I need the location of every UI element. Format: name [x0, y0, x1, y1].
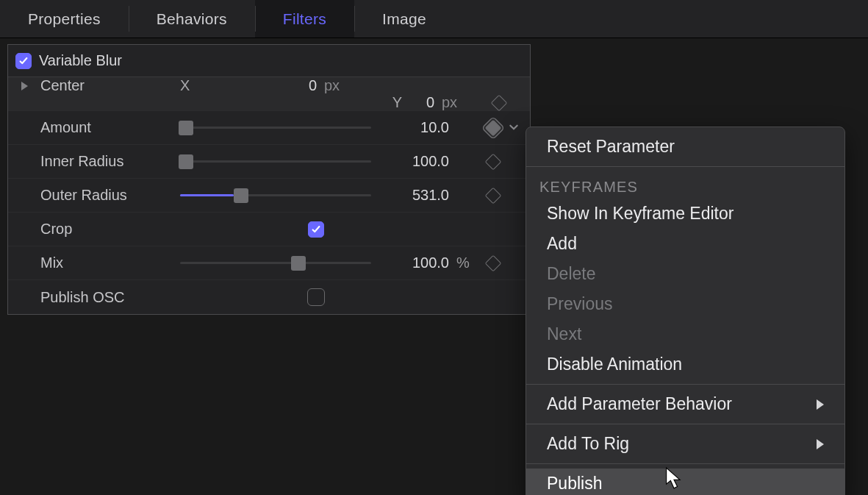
- center-y-value[interactable]: 0: [408, 94, 437, 111]
- amount-slider[interactable]: [180, 119, 371, 137]
- menu-section-keyframes: KEYFRAMES: [526, 171, 844, 199]
- param-row-mix: Mix 100.0 %: [8, 246, 530, 280]
- keyframe-diamond-icon[interactable]: [485, 254, 502, 271]
- param-label: Crop: [40, 221, 180, 238]
- menu-item-label: Add Parameter Behavior: [547, 394, 732, 414]
- crop-checkbox[interactable]: [308, 221, 324, 238]
- keyframe-diamond-icon[interactable]: [491, 94, 508, 111]
- menu-item-label: Add To Rig: [547, 434, 629, 454]
- center-x-unit: px: [320, 77, 408, 94]
- param-row-publish-osc: Publish OSC: [8, 280, 530, 314]
- menu-next-keyframe[interactable]: Next: [526, 319, 844, 349]
- menu-separator: [526, 166, 844, 167]
- param-label: Mix: [40, 254, 180, 271]
- param-label: Amount: [40, 119, 180, 136]
- mix-slider[interactable]: [180, 254, 371, 272]
- inner-radius-value[interactable]: 100.0: [371, 153, 452, 170]
- axis-y-label: Y: [320, 94, 408, 111]
- menu-separator: [526, 463, 844, 464]
- inner-radius-slider[interactable]: [180, 153, 371, 171]
- filter-header: Variable Blur: [8, 45, 530, 77]
- amount-value[interactable]: 10.0: [371, 119, 452, 136]
- chevron-down-icon[interactable]: [509, 119, 519, 136]
- mix-unit: %: [452, 254, 481, 271]
- center-y-unit: px: [437, 94, 489, 111]
- menu-separator: [526, 384, 844, 385]
- outer-radius-value[interactable]: 531.0: [371, 187, 452, 204]
- param-row-center: Center X 0 px Y 0 px: [8, 77, 530, 111]
- param-label: Publish OSC: [40, 289, 180, 306]
- center-x-value[interactable]: 0: [290, 77, 320, 94]
- menu-add-to-rig[interactable]: Add To Rig: [526, 429, 844, 459]
- menu-add-keyframe[interactable]: Add: [526, 229, 844, 259]
- menu-disable-animation[interactable]: Disable Animation: [526, 349, 844, 380]
- filter-inspector-panel: Variable Blur Center X 0 px Y 0 px Amoun…: [7, 44, 531, 315]
- menu-publish[interactable]: Publish: [526, 469, 844, 495]
- param-label: Outer Radius: [40, 187, 180, 204]
- tab-behaviors[interactable]: Behaviors: [129, 0, 255, 38]
- keyframe-diamond-icon[interactable]: [485, 153, 502, 170]
- submenu-arrow-icon: [817, 399, 824, 410]
- tab-properties[interactable]: Properties: [0, 0, 129, 38]
- param-label: Inner Radius: [40, 153, 180, 170]
- menu-delete-keyframe[interactable]: Delete: [526, 259, 844, 289]
- param-row-crop: Crop: [8, 213, 530, 246]
- menu-reset-parameter[interactable]: Reset Parameter: [526, 132, 844, 162]
- param-row-outer-radius: Outer Radius 531.0: [8, 179, 530, 213]
- param-label: Center: [40, 77, 180, 94]
- keyframe-diamond-icon[interactable]: [485, 119, 502, 136]
- disclosure-triangle-icon[interactable]: [21, 82, 28, 90]
- menu-show-keyframe-editor[interactable]: Show In Keyframe Editor: [526, 199, 844, 229]
- menu-previous-keyframe[interactable]: Previous: [526, 289, 844, 319]
- parameter-context-menu: Reset Parameter KEYFRAMES Show In Keyfra…: [526, 127, 845, 495]
- mix-value[interactable]: 100.0: [371, 254, 452, 271]
- filter-name: Variable Blur: [39, 52, 122, 69]
- menu-separator: [526, 424, 844, 424]
- param-row-amount: Amount 10.0: [8, 111, 530, 145]
- param-row-inner-radius: Inner Radius 100.0: [8, 145, 530, 179]
- keyframe-diamond-icon[interactable]: [485, 187, 502, 204]
- publish-osc-checkbox[interactable]: [307, 288, 325, 306]
- outer-radius-slider[interactable]: [180, 187, 371, 204]
- menu-add-parameter-behavior[interactable]: Add Parameter Behavior: [526, 389, 844, 419]
- submenu-arrow-icon: [817, 439, 824, 449]
- tab-image[interactable]: Image: [354, 0, 454, 38]
- axis-x-label: X: [180, 77, 290, 94]
- inspector-tabbar: Properties Behaviors Filters Image: [0, 0, 868, 38]
- tab-filters[interactable]: Filters: [255, 0, 354, 38]
- filter-enable-checkbox[interactable]: [15, 53, 32, 69]
